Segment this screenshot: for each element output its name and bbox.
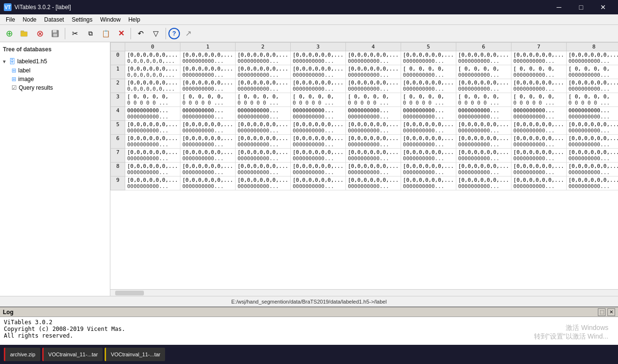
table-row: 7[0,0,0,0,0,0,...0000000000...[0,0,0,0,0…: [111, 149, 618, 163]
query-icon: ☑: [12, 84, 17, 91]
col-header-rownum: [111, 43, 125, 51]
tree-database-icon: 🗄: [9, 58, 15, 65]
table-cell: [0,0,0,0,0,0,...0000000000...: [290, 79, 345, 93]
svg-rect-1: [21, 31, 24, 32]
row-num-cell: 8: [111, 163, 125, 176]
menu-window[interactable]: Window: [96, 14, 125, 25]
about-button[interactable]: ↗: [181, 26, 195, 41]
table-row: 6[0,0,0,0,0,0,...0000000000...[0,0,0,0,0…: [111, 135, 618, 149]
delete-button[interactable]: ✕: [114, 26, 128, 41]
table-cell: [0,0,0,0,0,0,...0000000000...: [345, 176, 401, 190]
table-cell: [0,0,0,0,0,0,...0000000000...: [125, 163, 180, 176]
table-cell: [0,0,0,0,0,0,...0000000000...: [235, 51, 290, 65]
log-header: Log ⬚ ✕: [0, 307, 618, 317]
log-float-button[interactable]: ⬚: [598, 308, 606, 316]
table-row: 2[0,0,0,0,0,0,...0,0,0,0,0,0,...[0,0,0,0…: [111, 79, 618, 93]
taskbar-item-2[interactable]: VOCtrainval_11-...tar: [42, 348, 103, 361]
undo-button[interactable]: ↶: [133, 26, 148, 41]
table-cell: [0,0,0,0,0,0,...0000000000...: [401, 176, 456, 190]
row-num-cell: 2: [111, 79, 125, 93]
hscroll-bar[interactable]: [110, 289, 618, 296]
taskbar-item-1[interactable]: archive.zip: [4, 348, 40, 361]
table-cell: [ 0, 0, 0, 0,0000000000...: [401, 65, 456, 79]
minimize-button[interactable]: ─: [548, 0, 570, 14]
row-num-cell: 0: [111, 51, 125, 65]
table-cell: [0,0,0,0,0,0,...0000000000...: [180, 65, 235, 79]
table-cell: [0,0,0,0,0,0,...0000000000...: [345, 149, 401, 163]
table-cell: [0,0,0,0,0,0,...0000000000...: [290, 163, 345, 176]
table-cell: [0,0,0,0,0,0,...0000000000...: [290, 176, 345, 190]
table-cell: [0,0,0,0,0,0,...0000000000...: [125, 135, 180, 149]
table-cell: [0,0,0,0,0,0,...0000000000...: [456, 163, 511, 176]
table-row: 5[0,0,0,0,0,0,...0000000000...[0,0,0,0,0…: [111, 121, 618, 135]
window-title: ViTables 3.0.2 - [label]: [14, 4, 71, 11]
cut-button[interactable]: ✂: [68, 26, 82, 41]
log-line-3: All rights reserved.: [4, 332, 614, 339]
table-cell: 0000000000...0000000000...: [125, 107, 180, 121]
col-header-1: 1: [180, 43, 235, 51]
filter-button[interactable]: ▽: [149, 26, 163, 41]
menu-file[interactable]: File: [2, 14, 19, 25]
log-header-buttons: ⬚ ✕: [598, 308, 615, 316]
menu-node[interactable]: Node: [19, 14, 40, 25]
tree-image-label: image: [18, 76, 34, 82]
grid-icon-image: ⊞: [12, 76, 16, 82]
table-cell: [0,0,0,0,0,0,...0,0,0,0,0,0,...: [125, 51, 180, 65]
menu-dataset[interactable]: Dataset: [40, 14, 68, 25]
table-cell: [0,0,0,0,0,0,...0000000000...: [180, 79, 235, 93]
taskbar-item-3[interactable]: VOCtrainval_11-...tar: [105, 348, 165, 361]
table-row: 1[0,0,0,0,0,0,...0,0,0,0,0,0,...[0,0,0,0…: [111, 65, 618, 79]
log-title: Log: [3, 309, 13, 316]
row-num-cell: 9: [111, 176, 125, 190]
toolbar: ⊕ ⊗ ✂ ⧉ 📋 ✕ ↶ ▽ ? ↗: [0, 25, 618, 42]
table-cell: [0,0,0,0,0,0,...0000000000...: [401, 135, 456, 149]
row-num-cell: 7: [111, 149, 125, 163]
titlebar-controls[interactable]: ─ □ ✕: [548, 0, 614, 14]
col-header-2: 2: [235, 43, 290, 51]
help-button[interactable]: ?: [168, 28, 180, 39]
tree-image-item[interactable]: ⊞ image: [2, 75, 108, 83]
row-num-cell: 1: [111, 65, 125, 79]
table-cell: [0,0,0,0,0,0,...0000000000...: [456, 79, 511, 93]
separator-2: [131, 28, 131, 39]
table-cell: [0,0,0,0,0,0,...0000000000...: [235, 176, 290, 190]
save-button[interactable]: [48, 26, 62, 41]
table-cell: [0,0,0,0,0,0,...0000000000...: [235, 135, 290, 149]
table-cell: [0,0,0,0,0,0,...0000000000...: [180, 135, 235, 149]
table-cell: [0,0,0,0,0,0,...0000000000...: [345, 121, 401, 135]
tree-label-item[interactable]: ⊞ label: [2, 66, 108, 75]
row-num-cell: 4: [111, 107, 125, 121]
table-cell: [ 0, 0, 0, 0,0000000000...: [456, 65, 511, 79]
table-cell: [0,0,0,0,0,0,...0000000000...: [566, 121, 618, 135]
table-cell: [0,0,0,0,0,0,...0,0,0,0,0,0,...: [125, 79, 180, 93]
table-cell: [0,0,0,0,0,0,...0000000000...: [180, 149, 235, 163]
table-cell: [ 0, 0, 0, 0,0 0 0 0 0 ...: [401, 93, 456, 107]
table-cell: [0,0,0,0,0,0,...0000000000...: [290, 149, 345, 163]
close-button[interactable]: ✕: [592, 0, 614, 14]
menu-settings[interactable]: Settings: [68, 14, 96, 25]
table-cell: [0,0,0,0,0,0,...0000000000...: [180, 51, 235, 65]
open-file-button[interactable]: [17, 26, 32, 41]
table-cell: [0,0,0,0,0,0,...0000000000...: [180, 121, 235, 135]
data-grid-container[interactable]: 0 1 2 3 4 5 6 7 8 9 10 0[0,0,0,0,0,0,...…: [110, 42, 618, 289]
copy-button[interactable]: ⧉: [83, 26, 97, 41]
table-row: 8[0,0,0,0,0,0,...0000000000...[0,0,0,0,0…: [111, 163, 618, 176]
hscroll-thumb[interactable]: [115, 291, 144, 295]
table-cell: [ 0, 0, 0, 0,0 0 0 0 0 ...: [235, 93, 290, 107]
separator-1: [65, 28, 65, 39]
table-cell: [ 0, 0, 0, 0,0 0 0 0 0 ...: [290, 93, 345, 107]
svg-rect-0: [21, 32, 27, 36]
close-file-button[interactable]: ⊗: [33, 26, 47, 41]
table-cell: [0,0,0,0,0,0,...0000000000...: [566, 176, 618, 190]
app-icon: VT: [4, 3, 12, 11]
log-close-button[interactable]: ✕: [607, 308, 615, 316]
tree-query-item[interactable]: ☑ Query results: [2, 83, 108, 92]
table-cell: [0,0,0,0,0,0,...0000000000...: [566, 135, 618, 149]
col-header-5: 5: [401, 43, 456, 51]
tree-root-item[interactable]: ▼ 🗄 labeled1.h5: [2, 57, 108, 66]
new-file-button[interactable]: ⊕: [2, 26, 16, 41]
menu-help[interactable]: Help: [124, 14, 144, 25]
table-cell: [0,0,0,0,0,0,...0,0,0,0,0,0,...: [125, 65, 180, 79]
paste-button[interactable]: 📋: [98, 26, 113, 41]
maximize-button[interactable]: □: [570, 0, 592, 14]
